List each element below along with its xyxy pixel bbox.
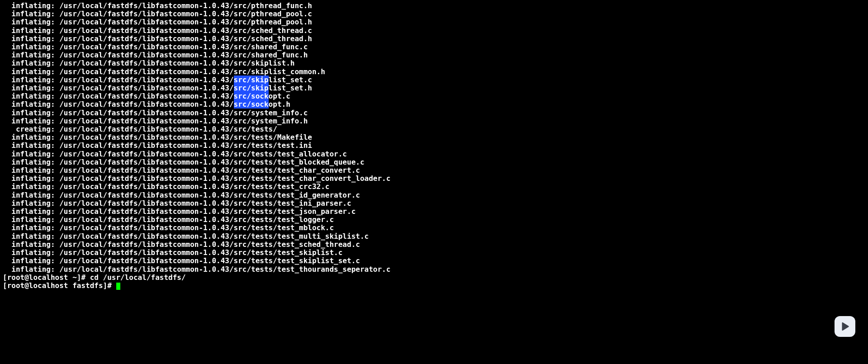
output-line: creating: /usr/local/fastdfs/libfastcomm… bbox=[3, 125, 865, 133]
prompt-line[interactable]: [root@localhost fastdfs]# bbox=[3, 282, 865, 290]
output-line: inflating: /usr/local/fastdfs/libfastcom… bbox=[3, 35, 865, 43]
output-line: inflating: /usr/local/fastdfs/libfastcom… bbox=[3, 241, 865, 249]
output-line: inflating: /usr/local/fastdfs/libfastcom… bbox=[3, 18, 865, 26]
output-line: inflating: /usr/local/fastdfs/libfastcom… bbox=[3, 232, 865, 241]
output-line: inflating: /usr/local/fastdfs/libfastcom… bbox=[3, 199, 865, 208]
output-line: inflating: /usr/local/fastdfs/libfastcom… bbox=[3, 109, 865, 117]
output-line: inflating: /usr/local/fastdfs/libfastcom… bbox=[3, 10, 865, 18]
output-line: inflating: /usr/local/fastdfs/libfastcom… bbox=[3, 59, 865, 67]
output-line: inflating: /usr/local/fastdfs/libfastcom… bbox=[3, 257, 865, 265]
output-line: inflating: /usr/local/fastdfs/libfastcom… bbox=[3, 175, 865, 183]
output-line: inflating: /usr/local/fastdfs/libfastcom… bbox=[3, 68, 865, 76]
output-line: inflating: /usr/local/fastdfs/libfastcom… bbox=[3, 183, 865, 191]
output-line: inflating: /usr/local/fastdfs/libfastcom… bbox=[3, 166, 865, 175]
output-line: inflating: /usr/local/fastdfs/libfastcom… bbox=[3, 100, 865, 109]
output-line: inflating: /usr/local/fastdfs/libfastcom… bbox=[3, 51, 865, 59]
output-line: inflating: /usr/local/fastdfs/libfastcom… bbox=[3, 150, 865, 158]
cursor bbox=[116, 283, 120, 290]
output-line: inflating: /usr/local/fastdfs/libfastcom… bbox=[3, 142, 865, 150]
video-play-overlay-icon[interactable] bbox=[835, 316, 855, 337]
output-line: inflating: /usr/local/fastdfs/libfastcom… bbox=[3, 216, 865, 224]
output-line: inflating: /usr/local/fastdfs/libfastcom… bbox=[3, 92, 865, 100]
output-line: inflating: /usr/local/fastdfs/libfastcom… bbox=[3, 158, 865, 166]
output-line: inflating: /usr/local/fastdfs/libfastcom… bbox=[3, 191, 865, 199]
output-line: inflating: /usr/local/fastdfs/libfastcom… bbox=[3, 249, 865, 257]
output-line: inflating: /usr/local/fastdfs/libfastcom… bbox=[3, 117, 865, 125]
terminal-output[interactable]: inflating: /usr/local/fastdfs/libfastcom… bbox=[0, 0, 868, 290]
prompt-line[interactable]: [root@localhost ~]# cd /usr/local/fastdf… bbox=[3, 274, 865, 282]
output-line: inflating: /usr/local/fastdfs/libfastcom… bbox=[3, 2, 865, 10]
output-line: inflating: /usr/local/fastdfs/libfastcom… bbox=[3, 76, 865, 84]
output-line: inflating: /usr/local/fastdfs/libfastcom… bbox=[3, 27, 865, 35]
output-line: inflating: /usr/local/fastdfs/libfastcom… bbox=[3, 84, 865, 92]
output-line: inflating: /usr/local/fastdfs/libfastcom… bbox=[3, 224, 865, 232]
output-line: inflating: /usr/local/fastdfs/libfastcom… bbox=[3, 208, 865, 216]
output-line: inflating: /usr/local/fastdfs/libfastcom… bbox=[3, 43, 865, 51]
output-line: inflating: /usr/local/fastdfs/libfastcom… bbox=[3, 133, 865, 142]
output-line: inflating: /usr/local/fastdfs/libfastcom… bbox=[3, 265, 865, 274]
